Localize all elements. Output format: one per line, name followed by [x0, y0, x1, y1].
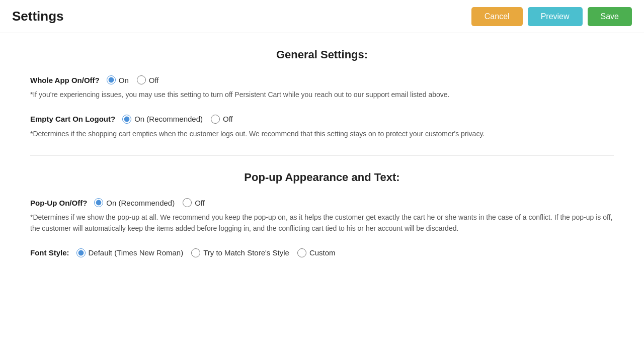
- popup-on-radio[interactable]: [94, 198, 103, 207]
- font-default-option[interactable]: Default (Times New Roman): [76, 248, 184, 257]
- whole-app-radio-group: On Off: [107, 75, 159, 84]
- popup-onoff-row: Pop-Up On/Off? On (Recommended) Off: [30, 198, 614, 207]
- empty-cart-on-option[interactable]: On (Recommended): [122, 115, 203, 124]
- font-style-radio-group: Default (Times New Roman) Try to Match S…: [76, 248, 336, 257]
- whole-app-off-option[interactable]: Off: [137, 75, 159, 84]
- popup-settings-section: Pop-up Appearance and Text: Pop-Up On/Of…: [30, 171, 614, 257]
- general-settings-title: General Settings:: [30, 48, 614, 61]
- popup-off-radio[interactable]: [183, 198, 192, 207]
- whole-app-row: Whole App On/Off? On Off: [30, 75, 614, 84]
- empty-cart-on-radio[interactable]: [122, 115, 131, 124]
- header-actions: Cancel Preview Save: [471, 7, 632, 26]
- empty-cart-off-option[interactable]: Off: [211, 115, 233, 124]
- whole-app-on-label: On: [119, 76, 129, 84]
- general-settings-section: General Settings: Whole App On/Off? On O…: [30, 48, 614, 139]
- whole-app-off-radio[interactable]: [137, 75, 146, 84]
- empty-cart-description: *Determines if the shopping cart empties…: [30, 129, 614, 140]
- whole-app-off-label: Off: [149, 76, 159, 84]
- whole-app-label: Whole App On/Off?: [30, 76, 100, 84]
- cancel-button[interactable]: Cancel: [471, 7, 523, 26]
- popup-onoff-label: Pop-Up On/Off?: [30, 199, 87, 207]
- whole-app-on-radio[interactable]: [107, 75, 116, 84]
- popup-onoff-description: *Determines if we show the pop-up at all…: [30, 212, 614, 234]
- popup-on-option[interactable]: On (Recommended): [94, 198, 175, 207]
- page-title: Settings: [12, 9, 64, 24]
- header: Settings Cancel Preview Save: [0, 0, 644, 33]
- empty-cart-off-label: Off: [223, 115, 233, 123]
- empty-cart-radio-group: On (Recommended) Off: [122, 115, 233, 124]
- popup-off-option[interactable]: Off: [183, 198, 205, 207]
- whole-app-setting: Whole App On/Off? On Off *If you're expe…: [30, 75, 614, 101]
- font-custom-label: Custom: [309, 248, 336, 257]
- font-default-label: Default (Times New Roman): [89, 248, 184, 257]
- popup-onoff-radio-group: On (Recommended) Off: [94, 198, 205, 207]
- empty-cart-setting: Empty Cart On Logout? On (Recommended) O…: [30, 115, 614, 140]
- main-content: General Settings: Whole App On/Off? On O…: [0, 33, 644, 362]
- popup-onoff-setting: Pop-Up On/Off? On (Recommended) Off *Det…: [30, 198, 614, 234]
- whole-app-on-option[interactable]: On: [107, 75, 129, 84]
- font-custom-option[interactable]: Custom: [297, 248, 336, 257]
- whole-app-description: *If you're experiencing issues, you may …: [30, 89, 614, 101]
- popup-on-label: On (Recommended): [106, 199, 175, 207]
- preview-button[interactable]: Preview: [528, 7, 583, 26]
- empty-cart-label: Empty Cart On Logout?: [30, 115, 115, 123]
- font-style-row: Font Style: Default (Times New Roman) Tr…: [30, 248, 614, 257]
- empty-cart-row: Empty Cart On Logout? On (Recommended) O…: [30, 115, 614, 124]
- font-custom-radio[interactable]: [297, 248, 306, 257]
- section-divider: [30, 155, 614, 156]
- save-button[interactable]: Save: [588, 7, 632, 26]
- font-style-label: Font Style:: [30, 248, 69, 257]
- font-default-radio[interactable]: [76, 248, 86, 257]
- font-match-store-option[interactable]: Try to Match Store's Style: [191, 248, 289, 257]
- font-match-store-label: Try to Match Store's Style: [203, 248, 289, 257]
- popup-off-label: Off: [195, 199, 205, 207]
- empty-cart-on-label: On (Recommended): [134, 115, 203, 123]
- popup-settings-title: Pop-up Appearance and Text:: [30, 171, 614, 184]
- font-match-store-radio[interactable]: [191, 248, 200, 257]
- empty-cart-off-radio[interactable]: [211, 115, 220, 124]
- font-style-setting: Font Style: Default (Times New Roman) Tr…: [30, 248, 614, 257]
